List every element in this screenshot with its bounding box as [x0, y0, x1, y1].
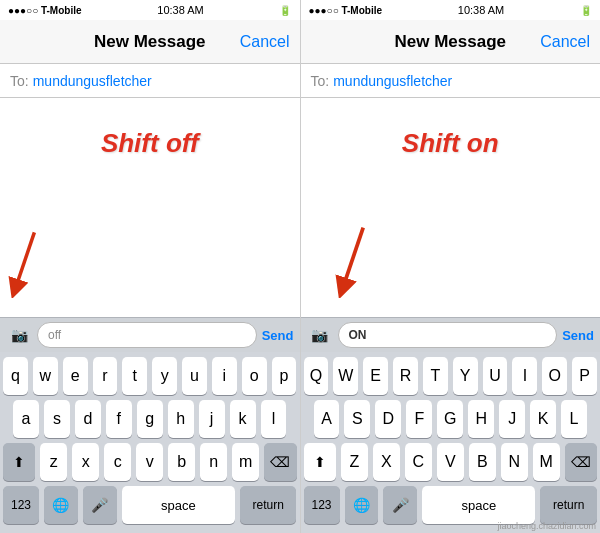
key-z-right[interactable]: Z	[341, 443, 368, 481]
key-m-left[interactable]: m	[232, 443, 259, 481]
to-label-left: To:	[10, 73, 29, 89]
key-w-right[interactable]: W	[333, 357, 358, 395]
status-right-right: 🔋	[580, 5, 592, 16]
key-p-left[interactable]: p	[272, 357, 297, 395]
key-row-1-left: q w e r t y u i o p	[3, 357, 297, 395]
cancel-button-right[interactable]: Cancel	[540, 33, 590, 51]
key-e-left[interactable]: e	[63, 357, 88, 395]
send-button-left[interactable]: Send	[262, 328, 294, 343]
key-j-left[interactable]: j	[199, 400, 225, 438]
key-o-right[interactable]: O	[542, 357, 567, 395]
key-g-right[interactable]: G	[437, 400, 463, 438]
key-n-left[interactable]: n	[200, 443, 227, 481]
key-i-left[interactable]: i	[212, 357, 237, 395]
key-d-right[interactable]: D	[375, 400, 401, 438]
key-w-left[interactable]: w	[33, 357, 58, 395]
status-bar-left: ●●●○○ T-Mobile 10:38 AM 🔋	[0, 0, 300, 20]
key-p-right[interactable]: P	[572, 357, 597, 395]
key-row-3-left: ⬆ z x c v b n m ⌫	[3, 443, 297, 481]
space-key-right[interactable]: space	[422, 486, 535, 524]
key-u-right[interactable]: U	[483, 357, 508, 395]
nav-bar-right: New Message Cancel	[301, 20, 601, 64]
key-q-right[interactable]: Q	[304, 357, 329, 395]
camera-button-left[interactable]: 📷	[6, 322, 32, 348]
key-j-right[interactable]: J	[499, 400, 525, 438]
key-t-right[interactable]: T	[423, 357, 448, 395]
shift-key-left[interactable]: ⬆	[3, 443, 35, 481]
status-left-right: ●●●○○ T-Mobile	[309, 5, 383, 16]
carrier-left: ●●●○○ T-Mobile	[8, 5, 82, 16]
key-b-left[interactable]: b	[168, 443, 195, 481]
input-state-left: off	[48, 328, 61, 342]
globe-key-right[interactable]: 🌐	[345, 486, 379, 524]
svg-line-3	[342, 228, 363, 289]
mic-key-right[interactable]: 🎤	[383, 486, 417, 524]
globe-key-left[interactable]: 🌐	[44, 486, 78, 524]
key-h-right[interactable]: H	[468, 400, 494, 438]
battery-icon-left: 🔋	[279, 5, 291, 16]
message-area-right: Shift on	[301, 98, 601, 317]
key-k-left[interactable]: k	[230, 400, 256, 438]
key-v-left[interactable]: v	[136, 443, 163, 481]
num-key-right[interactable]: 123	[304, 486, 340, 524]
key-row-1-right: Q W E R T Y U I O P	[304, 357, 598, 395]
mic-key-left[interactable]: 🎤	[83, 486, 117, 524]
key-g-left[interactable]: g	[137, 400, 163, 438]
text-input-left[interactable]: off	[37, 322, 257, 348]
nav-title-right: New Message	[361, 32, 541, 52]
space-key-left[interactable]: space	[122, 486, 235, 524]
to-field-right: To: mundungusfletcher	[301, 64, 601, 98]
key-v-right[interactable]: V	[437, 443, 464, 481]
return-key-left[interactable]: return	[240, 486, 297, 524]
key-a-right[interactable]: A	[314, 400, 340, 438]
key-x-left[interactable]: x	[72, 443, 99, 481]
shift-label-left: Shift off	[101, 128, 199, 159]
to-field-left: To: mundungusfletcher	[0, 64, 300, 98]
svg-line-1	[15, 232, 34, 289]
send-button-right[interactable]: Send	[562, 328, 594, 343]
key-s-right[interactable]: S	[344, 400, 370, 438]
key-f-left[interactable]: f	[106, 400, 132, 438]
text-input-right[interactable]: ON	[338, 322, 558, 348]
cancel-button-left[interactable]: Cancel	[240, 33, 290, 51]
key-h-left[interactable]: h	[168, 400, 194, 438]
key-s-left[interactable]: s	[44, 400, 70, 438]
key-c-left[interactable]: c	[104, 443, 131, 481]
shift-key-right[interactable]: ⬆	[304, 443, 336, 481]
time-right: 10:38 AM	[458, 4, 504, 16]
shift-label-right: Shift on	[402, 128, 499, 159]
key-q-left[interactable]: q	[3, 357, 28, 395]
key-l-left[interactable]: l	[261, 400, 287, 438]
key-e-right[interactable]: E	[363, 357, 388, 395]
key-r-right[interactable]: R	[393, 357, 418, 395]
key-b-right[interactable]: B	[469, 443, 496, 481]
key-f-right[interactable]: F	[406, 400, 432, 438]
delete-key-right[interactable]: ⌫	[565, 443, 597, 481]
key-k-right[interactable]: K	[530, 400, 556, 438]
key-l-right[interactable]: L	[561, 400, 587, 438]
key-u-left[interactable]: u	[182, 357, 207, 395]
key-a-left[interactable]: a	[13, 400, 39, 438]
key-r-left[interactable]: r	[93, 357, 118, 395]
keyboard-right: Q W E R T Y U I O P A S D F G H J K	[301, 352, 601, 533]
key-d-left[interactable]: d	[75, 400, 101, 438]
key-i-right[interactable]: I	[512, 357, 537, 395]
status-bar-right: ●●●○○ T-Mobile 10:38 AM 🔋	[301, 0, 601, 20]
key-y-left[interactable]: y	[152, 357, 177, 395]
key-o-left[interactable]: o	[242, 357, 267, 395]
key-row-2-left: a s d f g h j k l	[3, 400, 297, 438]
time-left: 10:38 AM	[157, 4, 203, 16]
key-x-right[interactable]: X	[373, 443, 400, 481]
delete-key-left[interactable]: ⌫	[264, 443, 296, 481]
camera-button-right[interactable]: 📷	[307, 322, 333, 348]
to-label-right: To:	[311, 73, 330, 89]
key-n-right[interactable]: N	[501, 443, 528, 481]
key-c-right[interactable]: C	[405, 443, 432, 481]
return-key-right[interactable]: return	[540, 486, 597, 524]
num-key-left[interactable]: 123	[3, 486, 39, 524]
key-t-left[interactable]: t	[122, 357, 147, 395]
to-value-right: mundungusfletcher	[333, 73, 452, 89]
key-m-right[interactable]: M	[533, 443, 560, 481]
key-z-left[interactable]: z	[40, 443, 67, 481]
key-y-right[interactable]: Y	[453, 357, 478, 395]
